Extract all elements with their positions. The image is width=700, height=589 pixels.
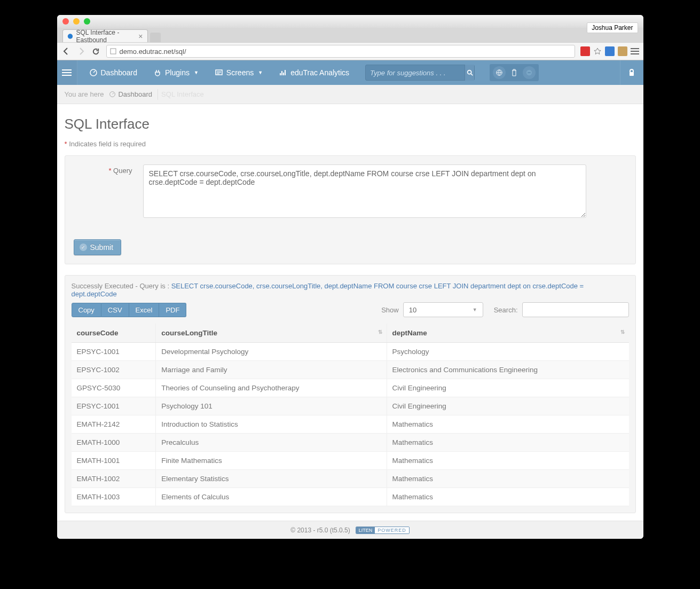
table-row[interactable]: EMATH-1001Finite MathematicsMathematics xyxy=(72,452,629,470)
page-icon xyxy=(110,48,116,54)
show-selector: Show 10 ▼ xyxy=(381,302,483,317)
chevron-down-icon: ▼ xyxy=(194,70,199,75)
lock-icon xyxy=(627,68,636,77)
extension-icon-3[interactable] xyxy=(618,46,627,56)
table-cell: Precalculus xyxy=(156,434,387,452)
required-hint: * Indicates field is required xyxy=(65,140,636,148)
reload-button[interactable] xyxy=(91,46,101,56)
table-cell: EMATH-1001 xyxy=(72,452,156,470)
table-row[interactable]: GPSYC-5030Theories of Counseling and Psy… xyxy=(72,379,629,397)
table-row[interactable]: EMATH-2142Introduction to StatisticsMath… xyxy=(72,415,629,434)
result-toolbar: Copy CSV Excel PDF Show 10 ▼ Search: xyxy=(72,302,629,317)
back-icon xyxy=(62,47,70,56)
query-panel: * Query ✓ Submit xyxy=(65,155,636,264)
export-group: Copy CSV Excel PDF xyxy=(72,303,187,317)
powered-badge[interactable]: LITENPOWERED xyxy=(356,527,410,534)
chrome-menu-icon[interactable] xyxy=(631,48,639,54)
table-row[interactable]: EMATH-1002Elementary StatisticsMathemati… xyxy=(72,470,629,488)
lock-button[interactable] xyxy=(620,60,643,85)
close-window-icon[interactable] xyxy=(62,18,69,25)
user-badge[interactable]: Joshua Parker xyxy=(587,22,638,33)
result-panel: Successly Executed - Query is : SELECT c… xyxy=(65,275,636,513)
sort-icon: ⇅ xyxy=(620,329,625,335)
csv-button[interactable]: CSV xyxy=(101,303,129,317)
table-cell: Developmental Psychology xyxy=(156,343,387,361)
table-cell: Introduction to Statistics xyxy=(156,415,387,434)
minus-button[interactable] xyxy=(523,66,536,79)
nav-analytics-label: eduTrac Analytics xyxy=(290,68,349,77)
breadcrumb-current: SQL Interface xyxy=(158,89,207,100)
col-deptName[interactable]: deptName⇅ xyxy=(387,324,628,343)
hamburger-icon xyxy=(62,69,72,76)
back-button[interactable] xyxy=(61,46,71,56)
table-row[interactable]: EPSYC-1001Psychology 101Civil Engineerin… xyxy=(72,397,629,415)
table-cell: Finite Mathematics xyxy=(156,452,387,470)
forward-button[interactable] xyxy=(76,46,86,56)
show-label: Show xyxy=(381,306,399,314)
address-bar: demo.edutrac.net/sql/ xyxy=(57,42,643,60)
chevron-down-icon: ▼ xyxy=(258,70,263,75)
url-text: demo.edutrac.net/sql/ xyxy=(120,48,186,56)
nav-plugins-label: Plugins xyxy=(165,68,190,77)
copy-button[interactable]: Copy xyxy=(72,303,101,317)
table-row[interactable]: EPSYC-1002Marriage and FamilyElectronics… xyxy=(72,361,629,379)
excel-button[interactable]: Excel xyxy=(129,303,160,317)
menu-toggle[interactable] xyxy=(57,60,77,85)
tab-title: SQL Interface - Eastbound xyxy=(76,29,135,44)
breadcrumb-dashboard[interactable]: Dashboard xyxy=(109,90,152,98)
chart-icon xyxy=(279,68,287,77)
table-search-input[interactable] xyxy=(522,302,629,317)
nav-plugins[interactable]: Plugins ▼ xyxy=(149,68,203,77)
dashboard-icon xyxy=(89,68,98,77)
reload-icon xyxy=(92,48,100,56)
nav-dashboard-label: Dashboard xyxy=(101,68,138,77)
table-cell: EPSYC-1001 xyxy=(72,343,156,361)
table-cell: EPSYC-1001 xyxy=(72,397,156,415)
url-input[interactable]: demo.edutrac.net/sql/ xyxy=(106,45,575,58)
table-cell: GPSYC-5030 xyxy=(72,379,156,397)
trash-button[interactable] xyxy=(509,66,520,79)
new-tab-button[interactable] xyxy=(150,33,161,42)
table-cell: Theories of Counseling and Psychotherapy xyxy=(156,379,387,397)
forward-icon xyxy=(77,47,85,56)
svg-rect-1 xyxy=(111,49,116,54)
table-cell: Mathematics xyxy=(387,415,628,434)
globe-button[interactable] xyxy=(493,66,506,79)
chevron-down-icon: ▼ xyxy=(473,307,477,312)
tab-strip: SQL Interface - Eastbound × xyxy=(57,28,643,42)
query-textarea[interactable] xyxy=(143,164,586,218)
search-box[interactable] xyxy=(365,65,475,81)
show-dropdown[interactable]: 10 ▼ xyxy=(403,302,483,317)
nav-dashboard[interactable]: Dashboard xyxy=(85,68,142,77)
window-controls xyxy=(62,18,90,25)
table-row[interactable]: EMATH-1003Elements of CalculusMathematic… xyxy=(72,488,629,506)
bookmark-icon[interactable] xyxy=(593,47,602,56)
breadcrumb-dashboard-label: Dashboard xyxy=(118,90,152,98)
table-cell: Mathematics xyxy=(387,434,628,452)
extension-icon-1[interactable] xyxy=(580,46,590,56)
table-cell: EMATH-1002 xyxy=(72,470,156,488)
plug-icon xyxy=(153,68,162,77)
edge-favicon-icon xyxy=(67,33,73,40)
table-row[interactable]: EMATH-1000PrecalculusMathematics xyxy=(72,434,629,452)
col-courseCode[interactable]: courseCode xyxy=(72,324,156,343)
table-cell: Mathematics xyxy=(387,488,628,506)
table-row[interactable]: EPSYC-1001Developmental PsychologyPsycho… xyxy=(72,343,629,361)
search-button[interactable] xyxy=(465,65,474,81)
minus-icon xyxy=(525,69,533,76)
query-label: * Query xyxy=(74,164,132,218)
svg-point-0 xyxy=(67,34,72,38)
table-cell: Marriage and Family xyxy=(156,361,387,379)
extension-icon-2[interactable] xyxy=(605,46,615,56)
pdf-button[interactable]: PDF xyxy=(159,303,186,317)
globe-icon xyxy=(495,69,503,76)
submit-button[interactable]: ✓ Submit xyxy=(74,239,122,255)
search-input[interactable] xyxy=(366,69,465,77)
nav-screens[interactable]: Screens ▼ xyxy=(210,68,267,77)
col-courseLongTitle[interactable]: courseLongTitle⇅ xyxy=(156,324,387,343)
minimize-window-icon[interactable] xyxy=(73,18,80,25)
nav-analytics[interactable]: eduTrac Analytics xyxy=(274,68,353,77)
tab-sql-interface[interactable]: SQL Interface - Eastbound × xyxy=(62,29,148,42)
close-tab-icon[interactable]: × xyxy=(138,32,143,41)
maximize-window-icon[interactable] xyxy=(84,18,90,25)
